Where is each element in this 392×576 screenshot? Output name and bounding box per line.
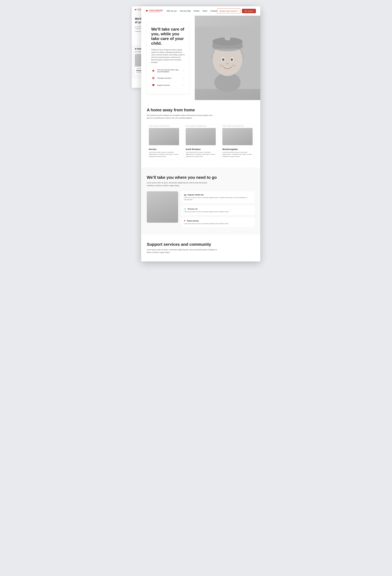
support-svg bbox=[152, 84, 155, 86]
service-airport-desc: Lorem ipsum dolor sit amet, consectetur … bbox=[184, 223, 252, 225]
transport-heading: We'll take you where you need to go bbox=[147, 175, 255, 180]
service-grocery-heading: 🛒 Grocery run bbox=[184, 208, 252, 210]
transport-section: We'll take you where you need to go Lore… bbox=[141, 168, 260, 234]
main-browser: ❤ ChildhooD Cancer Support Who we are Ho… bbox=[141, 6, 260, 261]
nav-actions: Donate & get involved ▾ Get support bbox=[217, 8, 256, 13]
home-away-description: We provide full self-contained accomodat… bbox=[147, 114, 213, 119]
main-nav: ❤ ChildhooD Cancer Support Who we are Ho… bbox=[141, 6, 260, 16]
logo: ❤ ChildhooD Cancer Support bbox=[145, 9, 163, 13]
accommodation-cards: Long term accommodation Herston Lorem ip… bbox=[147, 124, 255, 160]
card-woolloongabba-desc: Lorem ipsum dolor sit amet, consectetur … bbox=[222, 151, 252, 158]
bg-heart-icon: ❤ bbox=[135, 8, 137, 11]
nav-contact[interactable]: Contact bbox=[210, 10, 217, 12]
hero-image-container bbox=[195, 16, 260, 100]
hero-left: We'll take care of you, while you take c… bbox=[141, 16, 195, 100]
donate-button[interactable]: Donate & get involved ▾ bbox=[217, 8, 240, 13]
card-south-brisbane-tag: Long term accommodation bbox=[184, 124, 218, 127]
hero-description: Childhood Cancer Support provides ongoin… bbox=[151, 49, 185, 64]
support-button[interactable]: Get support bbox=[242, 9, 256, 13]
airplane-icon: ✈ bbox=[184, 220, 186, 222]
nav-news[interactable]: News bbox=[203, 10, 207, 12]
arrow-icon-accommodation: → bbox=[183, 69, 185, 72]
transport-image bbox=[147, 191, 178, 223]
hero-link-accommodation-text: Full unit and short-term stay accommodat… bbox=[157, 69, 183, 73]
support-community-heading: Support services and community bbox=[147, 242, 255, 247]
hero-link-accommodation[interactable]: Full unit and short-term stay accommodat… bbox=[151, 67, 185, 75]
service-airport-name: Airport pickup bbox=[187, 220, 199, 222]
card-woolloongabba-image bbox=[222, 128, 252, 145]
home-icon bbox=[151, 69, 156, 72]
service-shuttle-name: Regular shuttle bus bbox=[188, 194, 204, 196]
svg-point-24 bbox=[219, 64, 223, 67]
card-south-brisbane-name: South Brisbane bbox=[186, 148, 216, 150]
arrow-icon-transport: → bbox=[183, 77, 185, 79]
chevron-down-icon: ▾ bbox=[237, 10, 238, 12]
logo-sub-text: Cancer Support bbox=[149, 11, 163, 13]
svg-point-23 bbox=[226, 63, 229, 64]
hero-card: We'll take care of you, while you take c… bbox=[147, 22, 189, 94]
service-grocery: 🛒 Grocery run Lorem ipsum dolor sit amet… bbox=[181, 205, 255, 215]
hero-right bbox=[195, 16, 260, 100]
service-grocery-desc: Lorem ipsum dolor sit amet, consectetur … bbox=[184, 211, 252, 213]
service-shuttle-desc: Lorem ipsum dolor sit amet, consectetur … bbox=[184, 197, 252, 201]
service-airport: ✈ Airport pickup Lorem ipsum dolor sit a… bbox=[181, 217, 255, 227]
transport-description: Lorem ipsum dolor sit amet, consectetur … bbox=[147, 181, 213, 187]
card-woolloongabba-tag: Short term accommodation bbox=[221, 124, 254, 127]
support-community-section: Support services and community Lorem ips… bbox=[141, 234, 260, 261]
card-woolloongabba: Short term accommodation Woolloongabba L… bbox=[220, 124, 255, 160]
card-herston: Long term accommodation Herston Lorem ip… bbox=[147, 124, 181, 160]
logo-heart-icon: ❤ bbox=[145, 9, 148, 13]
hero-link-transport[interactable]: Transport services → bbox=[151, 75, 185, 82]
hero-section: We'll take care of you, while you take c… bbox=[141, 16, 260, 100]
support-community-description: Lorem ipsum dolor sit amet, consectetur … bbox=[147, 248, 222, 254]
transport-svg bbox=[152, 77, 155, 80]
arrow-icon-support: → bbox=[183, 84, 185, 86]
hero-heading: We'll take care of you, while you take c… bbox=[151, 27, 185, 46]
bus-icon bbox=[151, 77, 156, 80]
service-shuttle-heading: 🚌 Regular shuttle bus bbox=[184, 194, 252, 196]
card-herston-tag: Long term accommodation bbox=[147, 124, 181, 127]
child-face-svg bbox=[195, 16, 260, 100]
donate-label: Donate & get involved bbox=[220, 10, 236, 12]
hero-image bbox=[195, 16, 260, 100]
screenshot-wrapper: ❤ ChildhooD Cancer Support Who are How h… bbox=[132, 6, 260, 261]
svg-point-18 bbox=[224, 35, 230, 40]
service-shuttle: 🚌 Regular shuttle bus Lorem ipsum dolor … bbox=[181, 191, 255, 203]
card-south-brisbane-image bbox=[186, 128, 216, 145]
card-south-brisbane-body: South Brisbane Lorem ipsum dolor sit ame… bbox=[184, 146, 218, 160]
heart-icon bbox=[151, 84, 156, 87]
card-south-brisbane: Long term accommodation South Brisbane L… bbox=[184, 124, 218, 160]
card-woolloongabba-name: Woolloongabba bbox=[222, 148, 252, 150]
logo-main-text: ChildhooD bbox=[149, 9, 163, 11]
service-airport-heading: ✈ Airport pickup bbox=[184, 220, 252, 222]
nav-events[interactable]: Events bbox=[194, 10, 199, 12]
svg-point-25 bbox=[232, 64, 236, 67]
nav-how-we-help[interactable]: How we help bbox=[180, 10, 191, 12]
hero-link-support[interactable]: Support services → bbox=[151, 82, 185, 89]
card-herston-body: Herston Lorem ipsum dolor sit amet, cons… bbox=[147, 146, 181, 160]
nav-links: Who we are How we help Events News Conta… bbox=[167, 10, 217, 12]
card-herston-name: Herston bbox=[149, 148, 179, 150]
home-away-heading: A home away from home bbox=[147, 108, 255, 113]
bus-service-icon: 🚌 bbox=[184, 194, 186, 196]
card-herston-image bbox=[149, 128, 179, 145]
transport-layout: 🚌 Regular shuttle bus Lorem ipsum dolor … bbox=[147, 191, 255, 227]
service-grocery-name: Grocery run bbox=[188, 208, 197, 210]
card-herston-desc: Lorem ipsum dolor sit amet, consectetur … bbox=[149, 151, 179, 158]
transport-services-list: 🚌 Regular shuttle bus Lorem ipsum dolor … bbox=[181, 191, 255, 227]
grocery-icon: 🛒 bbox=[184, 208, 186, 210]
home-away-section: A home away from home We provide full se… bbox=[141, 100, 260, 168]
hero-links: Full unit and short-term stay accommodat… bbox=[151, 67, 185, 89]
card-woolloongabba-body: Woolloongabba Lorem ipsum dolor sit amet… bbox=[221, 146, 254, 160]
hero-link-support-text: Support services bbox=[157, 84, 183, 86]
svg-point-21 bbox=[222, 58, 224, 61]
hero-link-transport-text: Transport services bbox=[157, 77, 183, 79]
accommodation-svg bbox=[152, 69, 155, 72]
card-south-brisbane-desc: Lorem ipsum dolor sit amet, consectetur … bbox=[186, 151, 216, 158]
svg-point-22 bbox=[231, 58, 233, 61]
nav-who-we-are[interactable]: Who we are bbox=[167, 10, 177, 12]
